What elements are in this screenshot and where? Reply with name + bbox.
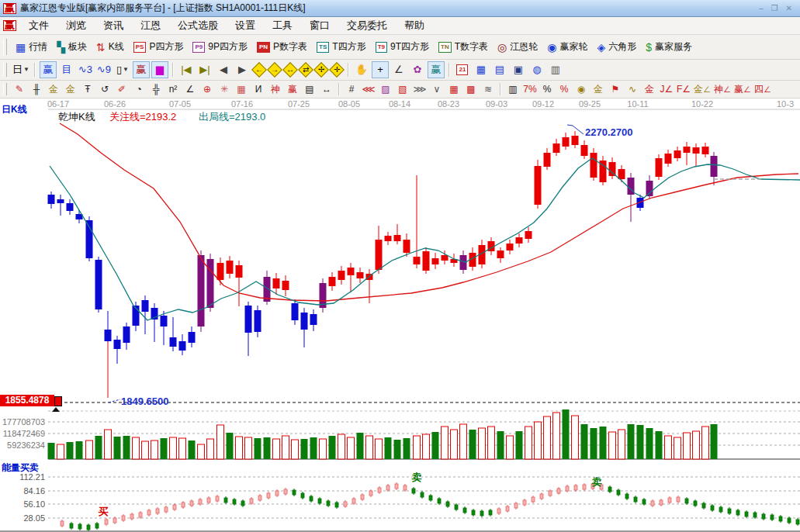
- nav-win-blue-button[interactable]: 赢: [40, 61, 57, 78]
- toolbar-item-kline[interactable]: ⇅K线: [92, 39, 129, 55]
- nav-dia-left-button[interactable]: ←: [251, 62, 267, 78]
- nav-dia-lr-button[interactable]: ↔: [282, 62, 298, 78]
- toolbar-item-t-number-table[interactable]: TNT数字表: [434, 39, 493, 55]
- toolbar-item-gann-wheel[interactable]: ◎江恩轮: [493, 39, 542, 55]
- draw-grid-line-button[interactable]: ╬: [148, 81, 164, 97]
- price-tag-handle[interactable]: [54, 396, 62, 406]
- draw-grid-red-button[interactable]: ▧: [395, 81, 410, 97]
- nav-candle-type-button[interactable]: ▯▼: [114, 61, 131, 78]
- draw-parallel-button[interactable]: ≋: [480, 81, 496, 97]
- close-button[interactable]: ✕: [786, 4, 792, 12]
- nav-save-button[interactable]: ▣: [510, 61, 527, 78]
- draw-levels-button[interactable]: ▥: [505, 81, 521, 97]
- toolbar-item-t-square[interactable]: TST四方形: [312, 39, 371, 55]
- nav-period-day-button[interactable]: 日▼: [12, 61, 30, 78]
- draw-time-cycle-button[interactable]: ◔: [131, 81, 147, 97]
- draw-gann-line-button[interactable]: ╫: [29, 81, 44, 97]
- nav-last-button[interactable]: ▶|: [196, 61, 213, 78]
- draw-star-grid-button[interactable]: ✳: [216, 81, 232, 97]
- draw-f-angle-button[interactable]: F∠: [676, 81, 691, 97]
- nav-next-button[interactable]: ▶: [234, 61, 251, 78]
- toolbar-item-quotes[interactable]: ▦行情: [11, 39, 52, 55]
- draw-matrix-button[interactable]: ▦: [446, 81, 462, 97]
- toolbar-item-hexagon[interactable]: ◈六角形: [592, 39, 641, 55]
- draw-gold-line-button[interactable]: 金: [590, 81, 606, 97]
- draw-shen-angle-button[interactable]: 神∠: [713, 81, 732, 97]
- draw-pct-7-button[interactable]: 7%: [522, 81, 538, 97]
- draw-shen-tool-button[interactable]: 神: [268, 81, 283, 97]
- toolbar-item-winner-wheel[interactable]: ◉赢家轮: [542, 39, 592, 55]
- nav-calendar-button[interactable]: 21: [454, 61, 471, 78]
- menu-item-5[interactable]: 设置: [227, 17, 264, 34]
- draw-frame-button[interactable]: #: [344, 81, 359, 97]
- draw-flag-button[interactable]: ⚑: [608, 81, 623, 97]
- draw-gold-angle-button[interactable]: 金∠: [693, 81, 712, 97]
- draw-target-button[interactable]: ⊕: [199, 81, 215, 97]
- nav-dia-right-button[interactable]: →: [267, 62, 282, 78]
- nav-net-button[interactable]: ◍: [528, 61, 545, 78]
- draw-measure-button[interactable]: ↔: [319, 81, 334, 97]
- nav-calculator-button[interactable]: ▦: [473, 61, 490, 78]
- draw-win-angle-button[interactable]: 赢∠: [733, 81, 752, 97]
- nav-notes-button[interactable]: ▤: [491, 61, 508, 78]
- menu-item-3[interactable]: 江恩: [132, 17, 169, 34]
- draw-brush-button[interactable]: ✐: [114, 81, 130, 97]
- toolbar-item-p-square[interactable]: PSP四方形: [129, 39, 189, 55]
- draw-k-tool-button[interactable]: И: [251, 81, 266, 97]
- draw-matrix-2-button[interactable]: ▩: [463, 81, 479, 97]
- draw-gold-ratio-button[interactable]: 金: [46, 81, 61, 97]
- toolbar-item-9p-square[interactable]: P99P四方形: [188, 39, 251, 55]
- draw-gold-ratio-2-button[interactable]: 金: [63, 81, 78, 97]
- nav-first-button[interactable]: |◀: [178, 61, 195, 78]
- draw-j-angle-button[interactable]: J∠: [659, 81, 674, 97]
- draw-pct-button[interactable]: %: [539, 81, 555, 97]
- menu-item-6[interactable]: 工具: [264, 17, 301, 34]
- toolbar-item-winner-service[interactable]: $赢家服务: [641, 39, 697, 55]
- draw-gold-circle-button[interactable]: ◉: [573, 81, 589, 97]
- menu-item-7[interactable]: 窗口: [301, 17, 338, 34]
- nav-win-teal-button[interactable]: 赢: [428, 61, 445, 78]
- maximize-button[interactable]: ❒: [771, 4, 778, 12]
- nav-dia-plus-button[interactable]: ✛: [329, 62, 345, 78]
- draw-rays-button[interactable]: ⋙: [412, 81, 428, 97]
- draw-wave-button[interactable]: ∿: [625, 81, 640, 97]
- menu-item-9[interactable]: 帮助: [396, 17, 433, 34]
- toolbar-item-sectors[interactable]: ▚板块: [52, 39, 92, 55]
- chart-canvas[interactable]: [0, 98, 800, 532]
- draw-angle-line-button[interactable]: ∠: [182, 81, 198, 97]
- menu-item-0[interactable]: 文件: [20, 17, 57, 34]
- draw-si-angle-button[interactable]: 四∠: [753, 81, 772, 97]
- nav-win-red-button[interactable]: 赢: [133, 61, 150, 78]
- toolbar-item-p-number-table[interactable]: PNP数字表: [252, 39, 312, 55]
- draw-pen-button[interactable]: ✎: [12, 81, 27, 97]
- draw-ruler-button[interactable]: ▤: [302, 81, 317, 97]
- nav-histogram-button[interactable]: ▆: [151, 61, 168, 78]
- draw-box-grid-button[interactable]: ▦: [234, 81, 249, 97]
- menu-item-4[interactable]: 公式选股: [169, 17, 227, 34]
- draw-spiral-button[interactable]: ↺: [97, 81, 113, 97]
- toolbar-item-9t-square[interactable]: T99T四方形: [371, 39, 434, 55]
- nav-hand-button[interactable]: ✋: [353, 61, 370, 78]
- minimize-button[interactable]: –: [759, 4, 764, 12]
- nav-prev-button[interactable]: ◀: [215, 61, 232, 78]
- menu-item-1[interactable]: 浏览: [57, 17, 95, 34]
- nav-dia-cross-button[interactable]: ✢: [313, 62, 329, 78]
- draw-pct-line-button[interactable]: %: [556, 81, 572, 97]
- nav-chart-3-button[interactable]: ∿3: [77, 61, 94, 78]
- draw-grid-purple-button[interactable]: ▨: [378, 81, 393, 97]
- nav-chart-9-button[interactable]: ∿9: [95, 61, 113, 78]
- nav-gann-tool-button[interactable]: ✿: [409, 61, 426, 78]
- menu-item-8[interactable]: 交易委托: [338, 17, 396, 34]
- draw-n-square-button[interactable]: n²: [165, 81, 181, 97]
- menu-item-2[interactable]: 资讯: [95, 17, 132, 34]
- nav-print-button[interactable]: ▥: [547, 61, 564, 78]
- draw-gold-red-button[interactable]: 金: [642, 81, 657, 97]
- draw-win-tool-button[interactable]: 赢: [285, 81, 300, 97]
- draw-f-line-button[interactable]: Ŧ: [80, 81, 95, 97]
- nav-dia-swap-button[interactable]: ⇄: [298, 62, 313, 78]
- draw-zigzag-button[interactable]: ∨: [429, 81, 445, 97]
- draw-fan-lines-button[interactable]: ⋘: [361, 81, 376, 97]
- nav-info-doc-button[interactable]: 目: [58, 61, 75, 78]
- nav-angle-tool-button[interactable]: ∠: [390, 61, 407, 78]
- nav-crosshair-button[interactable]: +: [372, 61, 389, 78]
